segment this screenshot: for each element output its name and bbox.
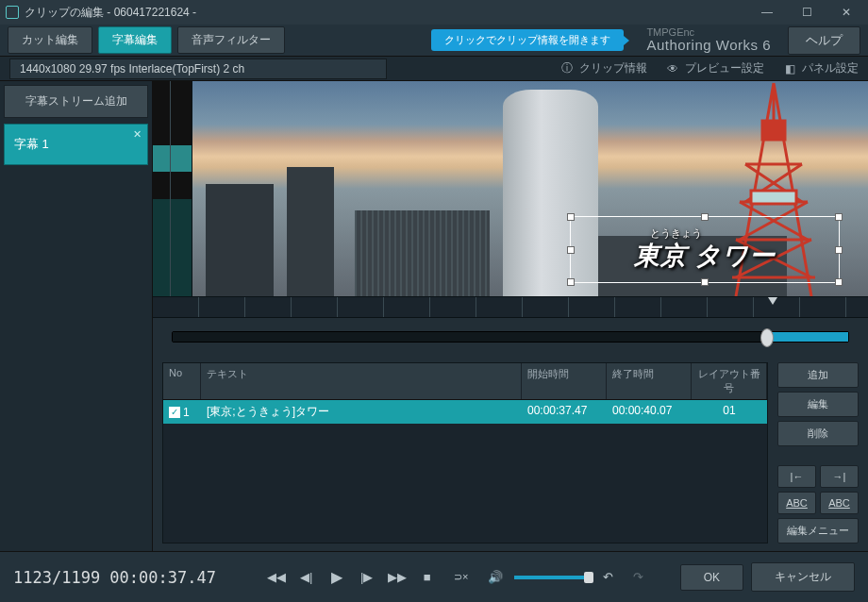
resize-handle[interactable] [701,213,709,221]
subtitle-stream-tab-1[interactable]: 字幕 1 ✕ [4,124,148,165]
edit-menu-button[interactable]: 編集メニュー [777,518,859,543]
resize-handle[interactable] [567,278,575,286]
step-back-button[interactable]: ◀| [295,566,318,589]
panel-settings-link[interactable]: ◧パネル設定 [783,60,859,76]
infobar: 1440x1080 29.97 fps Interlace(TopFirst) … [0,57,868,81]
col-no[interactable]: No [163,363,201,399]
abc-left-button[interactable]: ABC [777,492,816,514]
close-stream-icon[interactable]: ✕ [133,128,142,141]
seek-slider-row [153,318,868,355]
main-toolbar: カット編集 字幕編集 音声フィルター クリックでクリップ情報を開きます TMPG… [0,25,868,57]
seek-slider[interactable] [172,331,849,343]
forward-fast-button[interactable]: ▶▶ [386,566,409,589]
stream-label: 字幕 1 [14,137,49,151]
table-row[interactable]: ✓1 [東京;とうきょう]タワー 00:00:37.47 00:00:40.07… [163,400,767,424]
video-preview[interactable]: とうきょう 東京 タワー [153,81,868,296]
cell-end: 00:00:40.07 [607,400,692,424]
brand-label: TMPGEnc Authoring Works 6 [646,26,771,54]
video-frame: とうきょう 東京 タワー [192,81,868,296]
undo-button[interactable]: ↶ [597,566,620,589]
col-text[interactable]: テキスト [201,363,522,399]
clip-info-link[interactable]: ⓘクリップ情報 [560,60,647,76]
step-forward-button[interactable]: |▶ [356,566,378,589]
resize-handle[interactable] [567,246,575,254]
close-button[interactable]: ✕ [826,0,866,25]
window-title: クリップの編集 - 060417221624 - [25,5,747,21]
add-subtitle-button[interactable]: 追加 [777,362,859,388]
sidebar: 字幕ストリーム追加 字幕 1 ✕ [0,81,153,551]
redo-button[interactable]: ↷ [627,566,650,589]
info-icon: ⓘ [560,62,574,75]
tab-cut-edit[interactable]: カット編集 [8,26,92,54]
resize-handle[interactable] [835,213,843,221]
eye-icon: 👁 [666,62,679,75]
go-end-button[interactable]: →| [820,465,859,488]
timecode-display: 1123/1199 00:00:37.47 [13,568,216,587]
col-end[interactable]: 終了時間 [607,363,692,399]
help-button[interactable]: ヘルプ [788,26,860,55]
svg-rect-0 [762,121,785,140]
cell-layout: 01 [692,400,767,424]
playhead-caret-icon[interactable] [768,297,777,305]
go-start-button[interactable]: |← [777,465,816,488]
subtitle-table: No テキスト 開始時間 終了時間 レイアウト番号 ✓1 [東京;とうきょう]タ… [162,362,768,543]
resize-handle[interactable] [701,278,709,286]
row-checkbox[interactable]: ✓ [169,407,180,418]
cell-start: 00:00:37.47 [522,400,607,424]
volume-icon[interactable]: 🔊 [484,566,507,589]
cancel-button[interactable]: キャンセル [751,562,855,592]
play-button[interactable]: ▶ [326,566,348,589]
rewind-fast-button[interactable]: ◀◀ [265,566,288,589]
tab-audio-filter[interactable]: 音声フィルター [177,26,285,54]
tab-subtitle-edit[interactable]: 字幕編集 [98,26,172,54]
add-subtitle-stream-button[interactable]: 字幕ストリーム追加 [4,85,148,118]
delete-subtitle-button[interactable]: 削除 [777,421,859,446]
app-icon [6,6,19,19]
titlebar: クリップの編集 - 060417221624 - — ☐ ✕ [0,0,868,25]
audio-waveform-strip [153,81,192,296]
info-bubble[interactable]: クリックでクリップ情報を開きます [431,29,624,51]
edit-subtitle-button[interactable]: 編集 [777,392,859,417]
col-start[interactable]: 開始時間 [522,363,607,399]
resize-handle[interactable] [835,278,843,286]
ok-button[interactable]: OK [680,564,743,591]
minimize-button[interactable]: — [747,0,787,25]
panel-icon: ◧ [783,62,796,75]
resize-handle[interactable] [567,213,575,221]
abc-right-button[interactable]: ABC [820,492,859,514]
svg-rect-1 [751,191,796,204]
subtitle-overlay-box[interactable]: とうきょう 東京 タワー [570,216,840,283]
table-header: No テキスト 開始時間 終了時間 レイアウト番号 [163,363,767,400]
stop-button[interactable]: ■ [416,566,439,589]
volume-thumb[interactable] [584,572,593,583]
loop-button[interactable]: ⊃× [446,566,476,589]
action-button-column: 追加 編集 削除 |← →| ABC ABC 編集メニュー [777,362,859,543]
transport-bar: 1123/1199 00:00:37.47 ◀◀ ◀| ▶ |▶ ▶▶ ■ ⊃×… [0,551,868,602]
seek-thumb[interactable] [760,328,774,347]
timeline-ruler[interactable] [153,296,868,318]
clip-spec-field[interactable]: 1440x1080 29.97 fps Interlace(TopFirst) … [9,59,387,79]
preview-settings-link[interactable]: 👁プレビュー設定 [666,60,764,76]
subtitle-text: 東京 タワー [576,239,833,273]
resize-handle[interactable] [835,246,843,254]
volume-slider[interactable] [514,576,590,579]
maximize-button[interactable]: ☐ [787,0,826,25]
cell-text: [東京;とうきょう]タワー [201,400,522,424]
col-layout[interactable]: レイアウト番号 [692,363,767,399]
